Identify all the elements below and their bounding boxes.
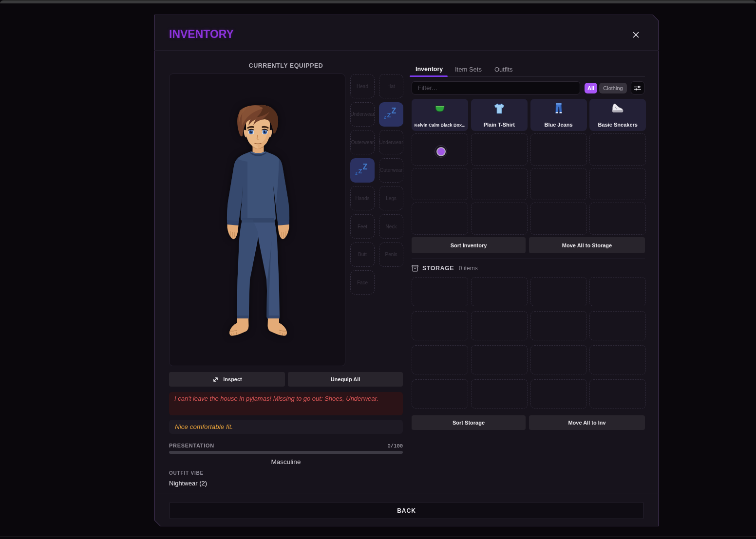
svg-text:Z: Z: [359, 167, 362, 174]
svg-text:Z: Z: [387, 111, 391, 118]
svg-text:Z: Z: [392, 107, 397, 115]
svg-text:z: z: [355, 170, 358, 176]
svg-text:Z: Z: [363, 163, 368, 171]
svg-text:z: z: [384, 114, 386, 120]
